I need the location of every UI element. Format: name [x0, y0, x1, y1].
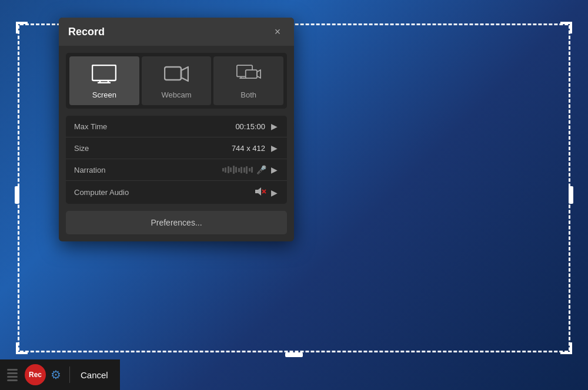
meter-bar-11 [249, 168, 250, 172]
max-time-chevron[interactable]: ▶ [270, 122, 279, 131]
meter-bar-1 [222, 168, 224, 172]
size-value: 744 x 412 [232, 144, 265, 153]
svg-rect-0 [92, 65, 116, 80]
meter-bar-9 [243, 167, 245, 173]
webcam-icon [164, 65, 189, 86]
meter-bar-6 [235, 167, 237, 173]
mute-icon [255, 187, 266, 198]
size-chevron[interactable]: ▶ [270, 143, 279, 153]
side-handle-left[interactable] [15, 186, 19, 204]
meter-bar-4 [230, 167, 232, 172]
record-dialog: Record × Screen [59, 18, 294, 241]
settings-button[interactable]: ⚙ [51, 368, 61, 382]
mode-tab-webcam[interactable]: Webcam [142, 56, 212, 105]
meter-bar-2 [225, 167, 226, 173]
close-button[interactable]: × [270, 25, 285, 39]
dialog-body: Screen Webcam [59, 46, 294, 241]
rec-button[interactable]: Rec [25, 364, 46, 385]
narration-meter [222, 166, 253, 174]
both-icon [236, 65, 261, 86]
toolbar-divider [69, 367, 70, 383]
mode-tab-screen[interactable]: Screen [69, 56, 139, 105]
dialog-header: Record × [59, 18, 294, 46]
computer-audio-row: Computer Audio ▶ [66, 181, 287, 204]
narration-chevron[interactable]: ▶ [270, 165, 279, 174]
mode-tab-both[interactable]: Both [213, 56, 283, 105]
size-row: Size 744 x 412 ▶ [66, 137, 287, 159]
microphone-icon: 🎤 [256, 165, 266, 174]
narration-label: Narration [74, 166, 222, 174]
svg-marker-11 [257, 70, 260, 78]
meter-bar-8 [240, 167, 242, 173]
cancel-button[interactable]: Cancel [76, 368, 113, 382]
max-time-value: 00:15:00 [235, 122, 265, 131]
toolbar-grip [7, 369, 18, 381]
preferences-button[interactable]: Preferences... [66, 211, 287, 234]
meter-bar-3 [228, 166, 229, 173]
grip-line-2 [7, 372, 18, 374]
dialog-title: Record [68, 26, 105, 38]
corner-handle-bl [16, 342, 28, 354]
size-label: Size [74, 144, 232, 153]
svg-marker-12 [255, 187, 261, 196]
webcam-tab-label: Webcam [161, 90, 191, 99]
max-time-label: Max Time [74, 122, 235, 131]
corner-handle-tr [560, 22, 572, 33]
corner-handle-br [560, 342, 572, 354]
computer-audio-label: Computer Audio [74, 188, 255, 197]
svg-rect-10 [245, 70, 256, 78]
settings-section: Max Time 00:15:00 ▶ Size 744 x 412 ▶ Nar… [66, 116, 287, 204]
grip-line-3 [7, 376, 18, 378]
bottom-toolbar: Rec ⚙ Cancel [0, 359, 120, 390]
max-time-row: Max Time 00:15:00 ▶ [66, 116, 287, 137]
grip-line-4 [7, 379, 18, 381]
side-handle-right[interactable] [569, 186, 573, 204]
screen-tab-label: Screen [92, 90, 116, 99]
grip-line-1 [7, 369, 18, 371]
narration-row: Narration 🎤 ▶ [66, 159, 287, 181]
corner-handle-tl [16, 22, 28, 33]
svg-rect-4 [165, 67, 181, 80]
both-tab-label: Both [240, 90, 256, 99]
mode-tabs-container: Screen Webcam [66, 53, 287, 109]
svg-marker-5 [181, 67, 188, 81]
screen-icon [92, 65, 116, 86]
side-handle-bottom[interactable] [285, 352, 303, 357]
meter-bar-10 [246, 166, 248, 174]
computer-audio-chevron[interactable]: ▶ [270, 188, 279, 197]
meter-bar-5 [233, 166, 235, 174]
meter-bar-7 [238, 168, 240, 172]
meter-bar-12 [251, 167, 253, 173]
